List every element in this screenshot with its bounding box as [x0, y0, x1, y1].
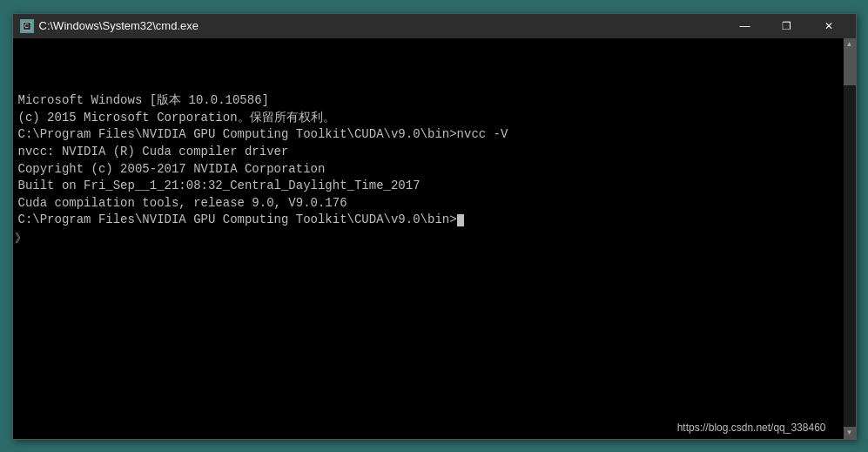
- cmd-icon-inner: C: [23, 22, 31, 30]
- window-title: C:\Windows\System32\cmd.exe: [39, 19, 725, 32]
- restore-button[interactable]: ❐: [767, 14, 807, 38]
- scroll-down-button[interactable]: ▼: [844, 427, 856, 439]
- console-line: Microsoft Windows [版本 10.0.10586]: [18, 92, 838, 110]
- cmd-window: C C:\Windows\System32\cmd.exe — ❐ ✕ Micr…: [12, 13, 857, 440]
- cursor: [457, 214, 464, 226]
- close-button[interactable]: ✕: [809, 14, 849, 38]
- titlebar: C C:\Windows\System32\cmd.exe — ❐ ✕: [13, 14, 856, 38]
- console-line: Copyright (c) 2005-2017 NVIDIA Corporati…: [18, 161, 838, 179]
- scrollbar-thumb[interactable]: [844, 51, 856, 85]
- console-line: Built on Fri_Sep__1_21:08:32_Central_Day…: [18, 178, 838, 195]
- console-output: Microsoft Windows [版本 10.0.10586](c) 201…: [18, 42, 838, 230]
- window-icon: C: [20, 19, 34, 33]
- watermark: https://blog.csdn.net/qq_338460: [677, 422, 826, 434]
- scrollbar-track[interactable]: [844, 51, 856, 427]
- console-line: C:\Program Files\NVIDIA GPU Computing To…: [18, 212, 838, 229]
- console-line: (c) 2015 Microsoft Corporation。保留所有权利。: [18, 110, 838, 127]
- left-character: 》: [13, 229, 29, 248]
- console-container: Microsoft Windows [版本 10.0.10586](c) 201…: [13, 38, 856, 439]
- scroll-up-button[interactable]: ▲: [844, 38, 856, 51]
- scrollbar[interactable]: ▲ ▼: [844, 38, 856, 439]
- console-line: Cuda compilation tools, release 9.0, V9.…: [18, 195, 838, 213]
- console-line: C:\Program Files\NVIDIA GPU Computing To…: [18, 126, 838, 144]
- console-line: nvcc: NVIDIA (R) Cuda compiler driver: [18, 144, 838, 161]
- console-body[interactable]: Microsoft Windows [版本 10.0.10586](c) 201…: [13, 38, 844, 439]
- window-controls: — ❐ ✕: [725, 14, 849, 38]
- minimize-button[interactable]: —: [725, 14, 765, 38]
